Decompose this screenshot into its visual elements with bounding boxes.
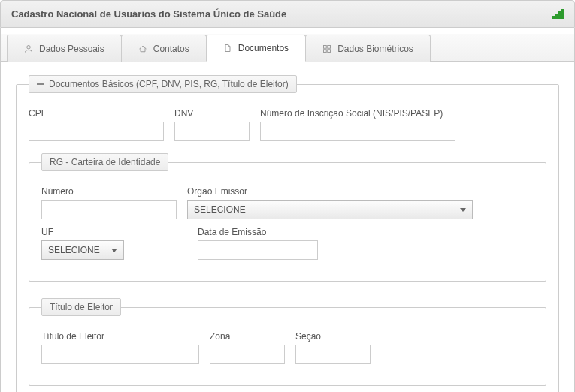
svg-rect-2: [328, 45, 331, 48]
tab-dados-pessoais[interactable]: Dados Pessoais: [7, 35, 122, 62]
document-icon: [223, 44, 232, 53]
cpf-label: CPF: [29, 108, 164, 119]
nis-input[interactable]: [260, 122, 455, 141]
tab-contatos[interactable]: Contatos: [121, 35, 207, 62]
chevron-down-icon: [460, 208, 466, 212]
rg-orgao-selected: SELECIONE: [194, 204, 246, 215]
rg-numero-label: Número: [41, 186, 177, 197]
svg-rect-4: [328, 49, 331, 52]
secao-label: Seção: [295, 331, 371, 342]
svg-rect-3: [324, 49, 327, 52]
tab-label: Dados Biométricos: [337, 44, 413, 54]
rg-emissao-label: Data de Emissão: [198, 227, 318, 237]
secao-input[interactable]: [295, 345, 371, 364]
rg-numero-input[interactable]: [41, 200, 177, 219]
tab-label: Documentos: [238, 43, 289, 53]
titulo-label: Título de Eleitor: [41, 331, 199, 342]
app-header: Cadastro Nacional de Usuários do Sistema…: [0, 0, 575, 28]
tab-label: Dados Pessoais: [39, 44, 104, 54]
tab-documentos[interactable]: Documentos: [206, 35, 306, 62]
zona-input[interactable]: [210, 345, 285, 364]
rg-emissao-input[interactable]: [198, 240, 318, 260]
group-legend: Título de Eleitor: [41, 298, 121, 316]
tab-bar: Dados Pessoais Contatos Documentos Dados…: [1, 34, 574, 62]
group-legend: RG - Carteira de Identidade: [41, 153, 168, 171]
tabs-container: Dados Pessoais Contatos Documentos Dados…: [0, 28, 575, 392]
nis-label: Número de Inscrição Social (NIS/PIS/PASE…: [260, 108, 455, 119]
group-legend-text: RG - Carteira de Identidade: [50, 157, 160, 167]
signal-icon: [552, 9, 564, 19]
rg-uf-label: UF: [41, 227, 124, 237]
rg-orgao-select[interactable]: SELECIONE: [187, 200, 473, 219]
group-documentos-basicos: Documentos Básicos (CPF, DNV, PIS, RG, T…: [16, 75, 559, 392]
home-icon: [138, 44, 147, 53]
dnv-label: DNV: [174, 108, 250, 119]
person-icon: [24, 44, 33, 53]
svg-point-0: [27, 45, 31, 49]
chevron-down-icon: [111, 249, 117, 252]
tab-dados-biometricos[interactable]: Dados Biométricos: [305, 35, 431, 62]
rg-orgao-label: Orgão Emissor: [187, 186, 473, 197]
collapse-icon: [37, 83, 44, 85]
group-legend-text: Documentos Básicos (CPF, DNV, PIS, RG, T…: [49, 79, 289, 89]
tab-content-documentos: Documentos Básicos (CPF, DNV, PIS, RG, T…: [7, 62, 568, 392]
page-title: Cadastro Nacional de Usuários do Sistema…: [11, 8, 286, 20]
rg-uf-select[interactable]: SELECIONE: [41, 240, 124, 260]
zona-label: Zona: [210, 331, 285, 342]
grid-icon: [322, 44, 331, 53]
group-legend: Documentos Básicos (CPF, DNV, PIS, RG, T…: [29, 75, 297, 93]
group-titulo-eleitor: Título de Eleitor Título de Eleitor Zona…: [29, 298, 546, 386]
dnv-input[interactable]: [174, 122, 250, 141]
tab-label: Contatos: [153, 44, 189, 54]
titulo-input[interactable]: [41, 345, 199, 364]
svg-rect-1: [324, 45, 327, 48]
rg-uf-selected: SELECIONE: [48, 245, 100, 255]
cpf-input[interactable]: [29, 122, 164, 141]
group-legend-text: Título de Eleitor: [50, 302, 113, 312]
group-rg: RG - Carteira de Identidade Número Orgão…: [29, 153, 546, 282]
